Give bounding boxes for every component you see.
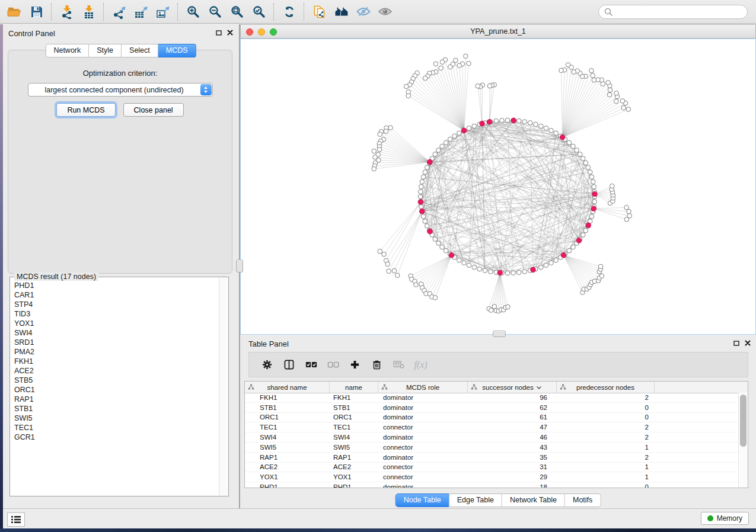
import-network-icon[interactable] (56, 2, 78, 21)
delete-icon[interactable] (366, 360, 388, 370)
table-cell: FKH1 (330, 394, 378, 401)
tab-node-table[interactable]: Node Table (395, 493, 449, 507)
table-row[interactable]: FKH1FKH1dominator962 (245, 393, 739, 403)
table-scrollbar[interactable] (738, 393, 748, 488)
tree-icon (471, 384, 477, 392)
network-canvas[interactable] (240, 39, 756, 335)
close-panel-icon[interactable] (227, 30, 233, 36)
zoom-out-icon[interactable] (204, 2, 226, 21)
table-row[interactable]: PHD1PHD1dominator180 (245, 482, 739, 488)
result-scrollbar[interactable] (219, 278, 228, 495)
mcds-result-item[interactable]: ACE2 (11, 366, 219, 376)
run-mcds-button[interactable]: Run MCDS (56, 103, 115, 117)
open-file-icon[interactable] (4, 2, 25, 21)
table-cell: SWI5 (330, 444, 378, 451)
save-session-icon[interactable] (25, 2, 47, 21)
float-table-panel-icon[interactable] (733, 341, 739, 346)
criterion-dropdown[interactable]: largest connected component (undirected) (28, 83, 213, 97)
export-table-icon[interactable] (130, 2, 152, 21)
mcds-result-item[interactable]: SWI4 (11, 328, 219, 338)
scrollbar-thumb[interactable] (740, 395, 747, 447)
zoom-fit-icon[interactable] (226, 2, 248, 21)
column-header-successor-nodes[interactable]: successor nodes (468, 382, 557, 393)
table-cell: dominator (378, 434, 468, 441)
mcds-result-item[interactable]: TEC1 (11, 423, 219, 432)
table-cell: RAP1 (330, 454, 378, 461)
table-row[interactable]: ACE2ACE2connector311 (245, 463, 739, 473)
close-table-panel-icon[interactable] (745, 340, 751, 346)
zoom-in-icon[interactable] (182, 2, 204, 21)
select-all-icon[interactable] (300, 361, 322, 368)
import-table-icon[interactable] (78, 2, 100, 21)
mcds-result-box: MCDS result (17 nodes) PHD1CAR1STP4TID3Y… (9, 277, 229, 496)
column-header-mcds-role[interactable]: MCDS role (378, 382, 468, 393)
mcds-result-item[interactable]: PMA2 (11, 347, 219, 357)
node-table[interactable]: shared namenameMCDS rolesuccessor nodesp… (244, 381, 748, 488)
search-box[interactable] (598, 5, 748, 19)
tab-network[interactable]: Network (45, 44, 89, 57)
table-row[interactable]: STB1STB1dominator620 (245, 403, 739, 413)
tab-motifs[interactable]: Motifs (565, 493, 601, 507)
mcds-result-item[interactable]: STP4 (11, 300, 219, 309)
mcds-result-item[interactable]: TID3 (11, 309, 219, 319)
column-header-shared-name[interactable]: shared name (245, 382, 330, 393)
table-cell: 2 (557, 424, 655, 431)
horizontal-splitter-grip[interactable] (493, 331, 506, 337)
mcds-result-item[interactable]: SRD1 (11, 338, 219, 347)
mcds-result-item[interactable]: YOX1 (11, 319, 219, 328)
mcds-result-item[interactable]: FKH1 (11, 357, 219, 366)
toolbar-separator (273, 3, 275, 21)
search-input[interactable] (616, 7, 742, 17)
column-header-name[interactable]: name (330, 382, 378, 393)
mcds-result-item[interactable]: CAR1 (11, 290, 219, 300)
unselect-all-icon[interactable] (322, 361, 344, 368)
tab-style[interactable]: Style (89, 44, 122, 57)
show-all-icon[interactable] (374, 2, 396, 21)
table-row[interactable]: SWI5SWI5connector431 (245, 443, 739, 453)
mcds-result-item[interactable]: STB1 (11, 404, 219, 414)
tab-edge-table[interactable]: Edge Table (449, 493, 502, 507)
network-graph[interactable] (241, 39, 755, 334)
share-network-file-icon[interactable] (308, 2, 330, 21)
toolbar-buttons (4, 2, 396, 21)
table-cell: 35 (468, 454, 557, 461)
vertical-splitter-grip[interactable] (236, 259, 243, 273)
task-history-button[interactable] (7, 512, 25, 527)
hide-selected-icon[interactable] (352, 2, 374, 21)
mcds-result-item[interactable]: RAP1 (11, 395, 219, 404)
table-row[interactable]: TEC1TEC1connector472 (245, 422, 739, 432)
close-window-icon[interactable] (246, 28, 253, 36)
network-window-titlebar[interactable]: YPA_prune.txt_1 (240, 24, 756, 39)
table-cell: SWI4 (245, 434, 330, 441)
settings-gear-icon[interactable] (256, 360, 278, 370)
zoom-window-icon[interactable] (270, 28, 277, 36)
zoom-selected-icon[interactable] (248, 2, 270, 21)
table-row[interactable]: RAP1RAP1dominator352 (245, 453, 739, 463)
tab-mcds[interactable]: MCDS (158, 44, 196, 57)
mcds-result-item[interactable]: GCR1 (11, 432, 219, 442)
table-row[interactable]: ORC1ORC1dominator610 (245, 413, 739, 423)
tab-select[interactable]: Select (122, 44, 158, 57)
export-network-icon[interactable] (108, 2, 130, 21)
refresh-layout-icon[interactable] (278, 2, 300, 21)
export-image-icon[interactable] (152, 2, 174, 21)
table-cell: dominator (378, 414, 468, 421)
first-neighbors-icon[interactable] (330, 2, 352, 21)
column-header-predecessor-nodes[interactable]: predecessor nodes (557, 382, 655, 393)
mcds-result-item[interactable]: ORC1 (11, 385, 219, 395)
mcds-result-item[interactable]: PHD1 (11, 281, 219, 290)
memory-button[interactable]: Memory (701, 512, 749, 525)
split-panel-icon[interactable] (278, 360, 300, 370)
table-cell: connector (378, 444, 468, 451)
float-panel-icon[interactable] (216, 30, 222, 36)
mcds-result-item[interactable]: SWI5 (11, 414, 219, 423)
tab-network-table[interactable]: Network Table (502, 493, 565, 507)
add-column-icon[interactable] (344, 360, 366, 370)
table-row[interactable]: YOX1YOX1connector291 (245, 472, 739, 482)
mcds-result-item[interactable]: STB5 (11, 376, 219, 385)
table-row[interactable]: SWI4SWI4dominator462 (245, 432, 739, 443)
table-cell: dominator (378, 454, 468, 461)
minimize-window-icon[interactable] (258, 28, 265, 36)
close-panel-button[interactable]: Close panel (123, 103, 184, 117)
mcds-result-list[interactable]: PHD1CAR1STP4TID3YOX1SWI4SRD1PMA2FKH1ACE2… (11, 281, 219, 495)
